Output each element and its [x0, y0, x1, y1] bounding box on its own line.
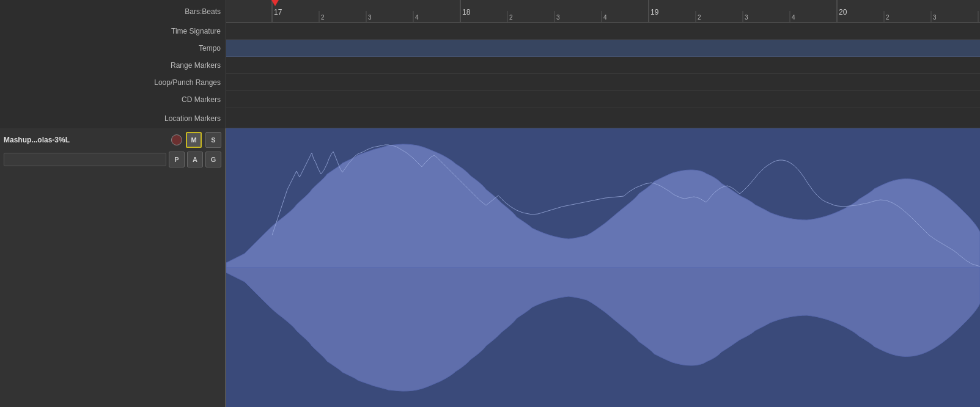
group-button[interactable]: G	[205, 152, 221, 167]
svg-text:17: 17	[274, 8, 282, 16]
svg-text:2: 2	[509, 14, 513, 21]
bars-beats-label: Bars:Beats	[185, 7, 221, 16]
svg-text:18: 18	[462, 8, 471, 16]
waveform-svg	[226, 128, 980, 407]
svg-text:2: 2	[886, 14, 890, 21]
loop-punch-label-row: Loop/Punch Ranges	[0, 74, 226, 91]
bars-beats-label-row: Bars:Beats	[0, 0, 226, 23]
svg-text:3: 3	[368, 14, 372, 21]
loop-punch-ruler	[226, 74, 980, 91]
track-controls-row: P A G	[4, 152, 221, 167]
time-signature-label: Time Signature	[171, 27, 221, 35]
svg-text:20: 20	[839, 8, 847, 16]
location-markers-label-row: Location Markers	[0, 108, 226, 128]
svg-text:4: 4	[792, 14, 795, 21]
bars-beats-ruler[interactable]: 17 2 3 4 18 2 3 4	[226, 0, 980, 23]
main-container: Bars:Beats Time Signature Tempo Range Ma…	[0, 0, 980, 407]
svg-text:2: 2	[698, 14, 701, 21]
track-header: Mashup...olas-3%L M S P A G	[0, 128, 226, 407]
time-signature-ruler	[226, 23, 980, 40]
timeline-area: Bars:Beats Time Signature Tempo Range Ma…	[0, 0, 980, 128]
svg-text:3: 3	[933, 14, 937, 21]
playhead	[271, 0, 279, 6]
svg-text:4: 4	[603, 14, 607, 21]
solo-button[interactable]: S	[205, 132, 221, 148]
svg-text:19: 19	[650, 8, 659, 16]
waveform-display[interactable]	[226, 128, 980, 407]
range-markers-label-row: Range Markers	[0, 57, 226, 74]
ruler-track[interactable]: 17 2 3 4 18 2 3 4	[226, 0, 980, 128]
cd-markers-label: CD Markers	[182, 95, 221, 104]
track-name-row: Mashup...olas-3%L M S	[4, 132, 221, 148]
location-markers-ruler	[226, 108, 980, 128]
tempo-label-row: Tempo	[0, 40, 226, 57]
loop-punch-label: Loop/Punch Ranges	[154, 78, 221, 87]
track-area: Mashup...olas-3%L M S P A G	[0, 128, 980, 407]
range-markers-ruler	[226, 57, 980, 74]
location-markers-label: Location Markers	[164, 114, 221, 123]
volume-fader[interactable]	[4, 153, 166, 166]
range-markers-label: Range Markers	[171, 61, 221, 70]
mute-button[interactable]: M	[186, 132, 202, 148]
tempo-label: Tempo	[199, 44, 221, 53]
svg-text:4: 4	[415, 14, 419, 21]
ruler-svg: 17 2 3 4 18 2 3 4	[226, 0, 980, 22]
cd-markers-ruler	[226, 91, 980, 108]
record-arm-button[interactable]	[171, 134, 182, 145]
cd-markers-label-row: CD Markers	[0, 91, 226, 108]
time-sig-label-row: Time Signature	[0, 23, 226, 40]
svg-text:3: 3	[556, 14, 560, 21]
timeline-labels: Bars:Beats Time Signature Tempo Range Ma…	[0, 0, 226, 128]
playlist-button[interactable]: P	[169, 152, 185, 167]
automation-button[interactable]: A	[187, 152, 203, 167]
track-name: Mashup...olas-3%L	[4, 136, 168, 144]
tempo-ruler	[226, 40, 980, 57]
svg-text:2: 2	[321, 14, 325, 21]
svg-text:3: 3	[745, 14, 748, 21]
